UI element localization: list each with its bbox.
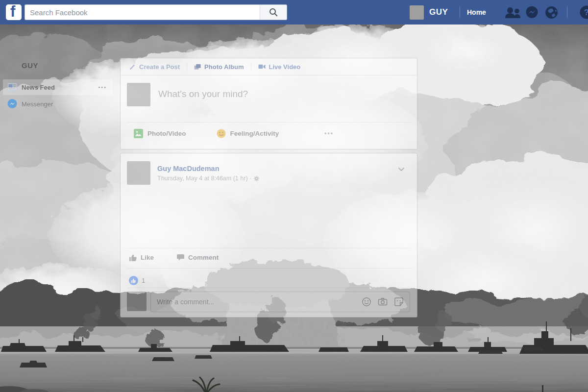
tab-photo-album[interactable]: Photo Album [194,63,244,71]
tab-live-video[interactable]: Live Video [258,63,301,71]
facebook-f: f [10,4,15,20]
action-label: Like [141,254,154,261]
news-feed-icon [7,82,18,93]
page-content: GUY News Feed ••• Messenger [0,24,588,392]
facebook-screen: GUY News Feed ••• Messenger [0,0,588,392]
search-icon [269,8,278,17]
facebook-logo[interactable]: f [6,4,22,20]
pencil-icon [129,64,136,70]
help-glyph: ? [584,8,588,17]
divider [127,248,411,248]
tab-separator [251,63,251,71]
post-menu-chevron-icon[interactable] [398,167,405,172]
sidebar-profile[interactable]: GUY [6,59,114,72]
nav-home-link[interactable]: Home [467,0,486,24]
divider [127,288,411,288]
dot-separator: · [250,175,252,182]
like-count: 1 [142,277,145,284]
sidebar-item-label: News Feed [22,84,55,91]
sidebar-item-messenger[interactable]: Messenger [7,97,113,111]
feeling-smiley-icon [217,129,226,138]
post-card: Guy MacDudeman Thursday, May 4 at 8:46am… [120,153,417,318]
photo-video-icon [134,129,143,138]
photo-video-button[interactable]: Photo/Video [134,129,186,138]
avatar [6,59,18,71]
tab-label: Create a Post [139,63,180,71]
search-button[interactable] [260,4,287,20]
sticker-icon[interactable] [394,297,404,307]
search-bar [24,4,287,20]
post-timestamp[interactable]: Thursday, May 4 at 8:46am (1 hr) · [157,175,259,182]
sidebar-profile-name: GUY [22,61,38,70]
comment-box [150,292,410,312]
tab-label: Live Video [269,63,301,71]
comment-button[interactable]: Comment [176,253,219,262]
action-label: Comment [188,254,219,261]
sidebar-item-news-feed[interactable]: News Feed ••• [3,79,113,95]
more-actions-dots[interactable]: ••• [324,130,334,137]
search-input[interactable] [24,4,260,20]
tab-separator [187,63,187,71]
action-label: Feeling/Activity [230,130,279,137]
emoji-icon[interactable] [362,297,371,307]
status-input[interactable]: What's on your mind? [158,89,248,99]
post-author-link[interactable]: Guy MacDudeman [157,165,220,172]
tab-create-post[interactable]: Create a Post [129,63,180,71]
nav-divider [460,6,460,18]
avatar [127,292,147,311]
messenger-nav-icon[interactable] [525,6,539,19]
comment-input[interactable] [151,298,362,306]
live-video-icon [258,64,266,70]
nav-divider [567,6,567,18]
like-button[interactable]: Like [129,253,154,262]
news-feed-options-dots[interactable]: ••• [98,84,107,90]
post-actions: Like Comment [129,250,219,264]
composer-actions: Photo/Video Feeling/Activity ••• [134,127,334,140]
comment-bubble-icon [176,253,185,262]
composer-card: Create a Post Photo Album Live [120,58,417,149]
friend-requests-icon[interactable] [504,7,521,19]
notifications-globe-icon[interactable] [545,6,558,19]
top-navbar: f GUY Home [0,0,588,24]
avatar [127,161,150,185]
sidebar-item-label: Messenger [22,100,53,108]
comment-box-icons [362,297,404,307]
divider [127,268,411,269]
messenger-icon [7,98,18,109]
timestamp-text: Thursday, May 4 at 8:46am (1 hr) [157,175,248,182]
feeling-activity-button[interactable]: Feeling/Activity [217,129,279,138]
action-label: Photo/Video [147,130,186,137]
avatar [127,83,150,106]
like-thumb-icon [129,253,137,262]
comment-row [127,292,410,312]
help-icon[interactable]: ? [580,5,588,19]
divider [127,122,411,122]
camera-icon[interactable] [378,297,388,307]
like-badge-icon [129,276,138,285]
like-count-row[interactable]: 1 [129,276,145,285]
nav-profile-avatar[interactable] [410,5,424,20]
tab-label: Photo Album [204,63,244,71]
nav-profile-link[interactable]: GUY [429,0,448,24]
photo-album-icon [194,64,201,70]
composer-tabs: Create a Post Photo Album Live [121,58,417,75]
privacy-gear-icon [254,176,259,181]
